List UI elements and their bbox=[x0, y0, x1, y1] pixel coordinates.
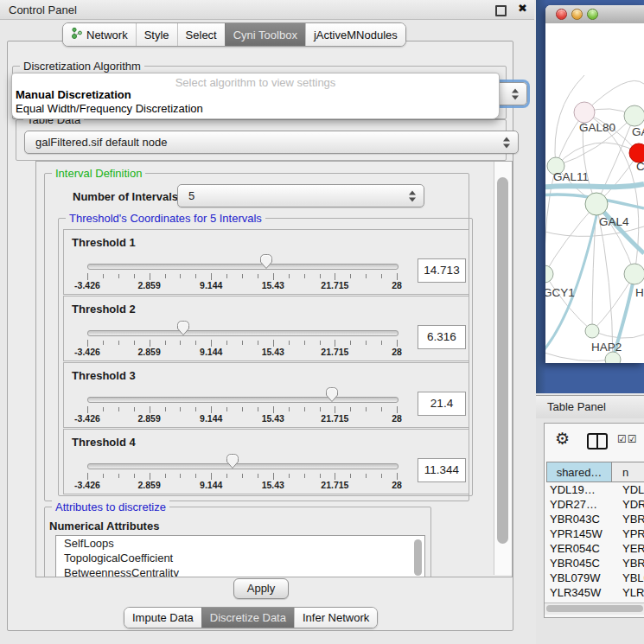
tab-label: Discretize Data bbox=[210, 611, 286, 624]
gear-icon[interactable]: ⚙ bbox=[555, 429, 570, 448]
network-node[interactable] bbox=[624, 264, 644, 284]
slider-tick-label: 2.859 bbox=[137, 347, 160, 357]
attribute-item-selfloops[interactable]: SelfLoops bbox=[56, 536, 424, 551]
slider-tick bbox=[87, 406, 88, 413]
slider-tick bbox=[150, 273, 150, 280]
slider-tick bbox=[226, 274, 227, 278]
threshold-value-field[interactable]: 21.4 bbox=[418, 392, 466, 416]
table-row[interactable]: YDR27…YDR2 bbox=[546, 497, 644, 512]
slider-tick bbox=[242, 474, 243, 478]
tab-infer-network[interactable]: Infer Network bbox=[294, 608, 377, 628]
network-graph[interactable]: GAL80GACGAL11GAL4GCY1HHAP2 bbox=[545, 23, 644, 363]
slider-tick bbox=[273, 273, 274, 280]
slider-tick bbox=[226, 407, 227, 411]
tab-select[interactable]: Select bbox=[177, 23, 225, 46]
table-row[interactable]: YBR043CYBR0 bbox=[546, 512, 644, 526]
table-row[interactable]: YLR345WYLR3 bbox=[546, 585, 644, 600]
column-header-2[interactable]: n bbox=[612, 462, 644, 482]
attribute-item-betweennesscentrality[interactable]: BetweennessCentrality bbox=[56, 565, 424, 577]
horizontal-scrollbar[interactable] bbox=[545, 603, 644, 615]
list-scrollbar-thumb[interactable] bbox=[414, 539, 422, 576]
slider-tick bbox=[397, 473, 398, 480]
tab-network[interactable]: Network bbox=[63, 23, 136, 46]
algorithm-option-equal-width-frequency-discretization[interactable]: Equal Width/Frequency Discretization bbox=[16, 102, 203, 115]
table-cell: YDL1 bbox=[612, 482, 644, 497]
table-row[interactable]: YBR045CYBR0 bbox=[546, 556, 644, 571]
close-traffic-light[interactable] bbox=[556, 9, 567, 20]
threshold-value-field[interactable]: 11.344 bbox=[418, 458, 466, 482]
numerical-attributes-list[interactable]: SelfLoopsTopologicalCoefficientBetweenne… bbox=[55, 535, 425, 577]
vertical-scrollbar-thumb[interactable] bbox=[497, 177, 508, 544]
table-cell: YBL079W bbox=[546, 571, 612, 585]
network-node[interactable] bbox=[585, 324, 599, 338]
control-panel-titlebar: Control Panel ✖ bbox=[0, 0, 534, 20]
slider-track[interactable] bbox=[87, 397, 399, 403]
slider-tick bbox=[350, 474, 351, 478]
slider-thumb[interactable] bbox=[259, 253, 273, 272]
tab-impute-data[interactable]: Impute Data bbox=[124, 608, 201, 628]
slider-tick bbox=[150, 473, 150, 480]
tab-cyni-toolbox[interactable]: Cyni Toolbox bbox=[225, 23, 305, 46]
threshold-value-field[interactable]: 6.316 bbox=[418, 325, 466, 349]
network-node[interactable] bbox=[585, 193, 608, 215]
algorithm-dropdown-popup: Select algorithm to view settings Manual… bbox=[11, 73, 500, 119]
slider-tick-label: 15.43 bbox=[262, 480, 284, 490]
slider-tick bbox=[258, 341, 258, 345]
tab-discretize-data[interactable]: Discretize Data bbox=[201, 608, 294, 628]
slider-tick-label: 21.715 bbox=[321, 480, 348, 490]
network-icon bbox=[71, 27, 83, 42]
slider-thumb[interactable] bbox=[325, 386, 339, 405]
slider-tick bbox=[180, 274, 181, 278]
slider-tick-label: -3.426 bbox=[74, 480, 100, 490]
slider-tick bbox=[320, 341, 321, 345]
horizontal-scrollbar-thumb[interactable] bbox=[546, 605, 643, 612]
slider-tick-label: -3.426 bbox=[74, 280, 100, 290]
threshold-panel-1: Threshold 1-3.4262.8599.14415.4321.71528… bbox=[63, 229, 469, 295]
algorithm-option-manual-discretization[interactable]: Manual Discretization bbox=[16, 88, 131, 101]
slider-track[interactable] bbox=[87, 264, 399, 270]
apply-button[interactable]: Apply bbox=[233, 578, 289, 599]
network-node[interactable] bbox=[574, 102, 595, 123]
slider-tick bbox=[118, 407, 119, 411]
slider-tick bbox=[242, 274, 243, 278]
tab-jactivemnodules[interactable]: jActiveMNodules bbox=[305, 23, 405, 46]
number-of-intervals-combobox[interactable]: 5 bbox=[177, 184, 424, 207]
slider-tick bbox=[381, 341, 382, 345]
minimize-traffic-light[interactable] bbox=[571, 9, 583, 20]
network-window-titlebar[interactable] bbox=[545, 5, 644, 24]
network-canvas[interactable]: GAL80GACGAL11GAL4GCY1HHAP2 bbox=[545, 23, 644, 363]
slider-tick bbox=[381, 274, 382, 278]
table-row[interactable]: YBL079WYBL0 bbox=[546, 571, 644, 585]
select-columns-icon[interactable]: ☑☑ bbox=[617, 433, 638, 445]
control-panel-title: Control Panel bbox=[9, 3, 77, 16]
vertical-scrollbar[interactable] bbox=[494, 162, 512, 575]
slider-tick-label: 9.144 bbox=[200, 280, 222, 290]
slider-thumb[interactable] bbox=[176, 320, 190, 339]
table-data-combobox[interactable]: galFiltered.sif default node bbox=[24, 131, 519, 154]
table-cell: YLR345W bbox=[546, 585, 612, 600]
float-window-icon[interactable] bbox=[495, 5, 507, 16]
network-node[interactable] bbox=[545, 265, 553, 283]
split-columns-icon[interactable] bbox=[587, 433, 608, 450]
table-row[interactable]: YER054CYER0 bbox=[546, 541, 644, 556]
column-header-1[interactable]: shared… bbox=[546, 462, 612, 482]
tab-style[interactable]: Style bbox=[136, 23, 177, 46]
zoom-traffic-light[interactable] bbox=[587, 9, 598, 20]
slider-track[interactable] bbox=[87, 463, 399, 469]
threshold-value-field[interactable]: 14.713 bbox=[418, 258, 466, 283]
table-rows: YDL19…YDL1YDR27…YDR2YBR043CYBR0YPR145WYP… bbox=[546, 482, 644, 603]
slider-track[interactable] bbox=[87, 330, 399, 336]
table-row[interactable]: YPR145WYPR1 bbox=[546, 526, 644, 541]
table-cell: YDR2 bbox=[612, 497, 644, 512]
slider-tick-label: 15.43 bbox=[262, 280, 284, 290]
slider-tick bbox=[195, 274, 196, 278]
slider-tick bbox=[258, 474, 258, 478]
slider-thumb[interactable] bbox=[226, 453, 239, 472]
close-icon[interactable]: ✖ bbox=[518, 2, 527, 15]
table-row[interactable]: YDL19…YDL1 bbox=[546, 482, 644, 497]
threshold-panel-4: Threshold 4-3.4262.8599.14415.4321.71528… bbox=[63, 429, 469, 494]
slider-tick bbox=[304, 474, 305, 478]
attribute-item-topologicalcoefficient[interactable]: TopologicalCoefficient bbox=[56, 551, 424, 565]
table-cell: YER0 bbox=[612, 541, 644, 556]
network-node[interactable] bbox=[624, 105, 644, 126]
